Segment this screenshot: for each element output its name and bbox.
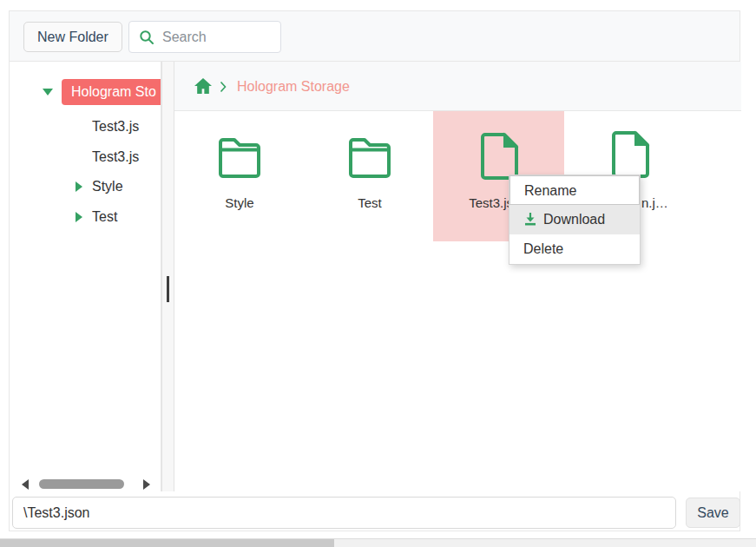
- file-grid: Style Test Test3.json: [174, 111, 741, 491]
- save-button[interactable]: Save: [686, 498, 740, 528]
- page-scrollbar-thumb[interactable]: [0, 539, 334, 547]
- tree-item-label[interactable]: Test3.js: [92, 114, 139, 140]
- file-label: Style: [174, 195, 305, 210]
- tree-item-test[interactable]: Test: [10, 204, 161, 230]
- tree-item-test3-file[interactable]: Test3.js: [10, 114, 161, 140]
- new-folder-button[interactable]: New Folder: [23, 22, 122, 52]
- context-menu: Rename Download Delete: [509, 175, 641, 265]
- collapse-arrow-icon[interactable]: [76, 181, 82, 192]
- tree-item-label[interactable]: Hologram Sto: [62, 79, 161, 105]
- grid-item-folder-style[interactable]: Style: [174, 111, 305, 241]
- top-toolbar: New Folder: [10, 11, 740, 62]
- search-input[interactable]: [162, 22, 277, 52]
- download-icon: [523, 212, 537, 226]
- file-icon: [609, 129, 651, 181]
- folder-icon: [215, 134, 264, 179]
- splitter-drag-handle[interactable]: [167, 276, 169, 302]
- file-manager-window: New Folder Hologram Sto Test3.js Test3.j…: [9, 10, 740, 531]
- breadcrumb-current[interactable]: Hologram Storage: [237, 77, 350, 96]
- main-panel: Hologram Storage Style Test: [174, 62, 741, 491]
- context-menu-label: Download: [543, 212, 605, 227]
- collapse-arrow-icon[interactable]: [76, 212, 82, 222]
- tree-item-hologram-storage[interactable]: Hologram Sto: [10, 79, 161, 105]
- page-horizontal-scrollbar[interactable]: [0, 538, 756, 547]
- folder-icon: [345, 134, 394, 179]
- sidebar-splitter[interactable]: [161, 62, 174, 491]
- scrollbar-thumb[interactable]: [39, 479, 124, 489]
- path-input[interactable]: [12, 497, 676, 529]
- search-box: [128, 21, 281, 53]
- grid-item-folder-test[interactable]: Test: [305, 111, 435, 241]
- tree-item-label[interactable]: Style: [92, 174, 123, 200]
- search-icon: [139, 30, 154, 45]
- tree-item-label[interactable]: Test: [92, 204, 117, 230]
- breadcrumb: Hologram Storage: [174, 62, 741, 111]
- tree-item-style[interactable]: Style: [10, 174, 161, 200]
- folder-tree-sidebar: Hologram Sto Test3.js Test3.js Style Tes…: [10, 62, 161, 491]
- context-menu-rename[interactable]: Rename: [509, 175, 640, 205]
- scroll-right-arrow-icon[interactable]: [143, 479, 150, 490]
- file-label: Test: [305, 195, 435, 210]
- chevron-right-icon: [220, 81, 227, 93]
- context-menu-delete[interactable]: Delete: [509, 234, 640, 264]
- scroll-left-arrow-icon[interactable]: [22, 479, 29, 490]
- tree-item-label[interactable]: Test3.js: [92, 144, 139, 170]
- expand-arrow-icon[interactable]: [43, 89, 53, 96]
- sidebar-horizontal-scrollbar[interactable]: [16, 478, 155, 490]
- tree-item-test3-file-2[interactable]: Test3.js: [10, 144, 161, 170]
- home-icon[interactable]: [194, 77, 213, 95]
- context-menu-download[interactable]: Download: [509, 205, 640, 234]
